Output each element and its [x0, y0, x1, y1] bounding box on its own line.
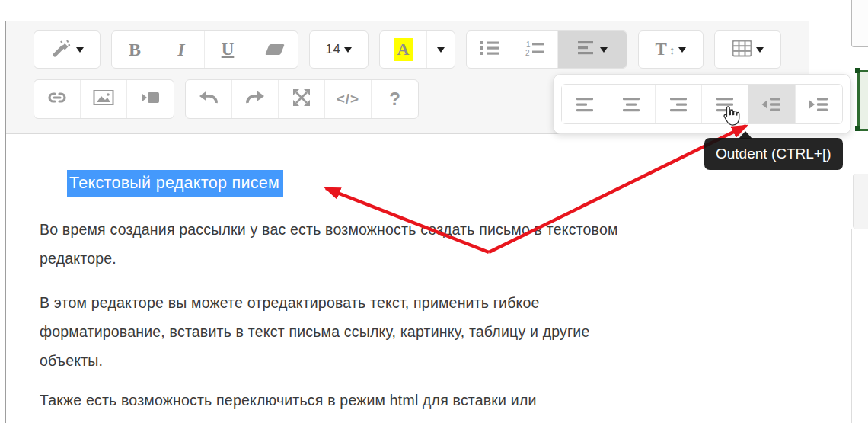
font-size-button[interactable]: 14: [309, 30, 369, 69]
paragraph-line: редакторе.: [40, 244, 790, 273]
insert-video-button[interactable]: [127, 80, 174, 118]
insert-image-button[interactable]: [81, 80, 127, 118]
alignment-dropdown-panel: [553, 74, 851, 134]
text-style-group: B I U: [111, 30, 298, 69]
chevron-down-icon: [76, 47, 84, 53]
paragraph-line: В этом редакторе вы можете отредактирова…: [40, 288, 790, 317]
indent-icon: [809, 96, 828, 113]
toolbar-row-1: B I U 14 A: [34, 30, 809, 69]
highlight-color-button[interactable]: A: [380, 31, 427, 68]
color-dropdown-button[interactable]: [427, 31, 455, 68]
bold-button[interactable]: B: [112, 31, 158, 68]
numbered-list-icon: 1 2: [525, 40, 545, 59]
underline-icon: U: [222, 40, 235, 59]
selection-handle: [855, 68, 860, 73]
paragraph[interactable]: В этом редакторе вы можете отредактирова…: [40, 288, 790, 375]
image-icon: [93, 88, 114, 110]
selected-heading[interactable]: Текстовый редактор писем: [67, 170, 283, 197]
align-center-icon: [622, 96, 640, 113]
redo-button[interactable]: [232, 80, 279, 118]
chevron-down-icon: [344, 47, 352, 53]
cropped-panel-fragment-mid: [853, 174, 868, 229]
updown-arrow-icon: ↕: [669, 43, 675, 56]
expand-icon: [292, 88, 311, 111]
italic-icon: I: [177, 40, 184, 60]
editor-content-area[interactable]: Текстовый редактор писем Во время создан…: [40, 170, 790, 423]
question-icon: ?: [389, 88, 400, 110]
table-button[interactable]: [714, 30, 781, 69]
insert-link-button[interactable]: [34, 80, 81, 118]
cropped-divider-line: [851, 229, 852, 423]
align-right-icon: [669, 96, 688, 113]
undo-button[interactable]: [186, 80, 232, 118]
undo-icon: [198, 88, 219, 110]
html-code-button[interactable]: </>: [325, 80, 372, 118]
code-icon: </>: [337, 91, 359, 107]
align-left-icon: [576, 96, 594, 113]
italic-button[interactable]: I: [158, 31, 205, 68]
svg-text:1: 1: [526, 40, 531, 49]
align-center-button[interactable]: [608, 85, 655, 123]
insert-group: [34, 79, 174, 119]
chevron-down-icon: [437, 47, 445, 53]
paragraph-line: форматирование, вставить в текст письма …: [40, 317, 790, 346]
magic-wand-icon: [51, 38, 72, 61]
highlight-a-icon: A: [394, 38, 413, 61]
font-color-group: A: [379, 30, 455, 69]
redo-icon: [244, 88, 266, 110]
help-button[interactable]: ?: [372, 80, 418, 118]
align-left-button[interactable]: [562, 85, 608, 123]
outdent-icon: [761, 96, 781, 113]
indent-button[interactable]: [796, 85, 842, 123]
line-height-button[interactable]: T ↕: [638, 30, 704, 69]
underline-button[interactable]: U: [205, 31, 251, 68]
selected-cell-fragment: [857, 70, 868, 131]
magic-styles-button[interactable]: [34, 30, 101, 69]
paragraph[interactable]: Также есть возможность переключиться в р…: [40, 386, 790, 423]
line-height-icon: T: [656, 40, 667, 59]
actions-group: </> ?: [185, 79, 419, 119]
tooltip-text: Outdent (CTRL+[): [716, 146, 831, 162]
font-size-value: 14: [326, 42, 341, 57]
align-right-button[interactable]: [656, 85, 702, 123]
paragraph[interactable]: Во время создания рассылки у вас есть во…: [40, 215, 790, 273]
hand-cursor-icon: [720, 104, 743, 133]
chevron-down-icon: [678, 47, 686, 53]
paragraph-line: редактирования исходного кода письма.: [40, 415, 790, 423]
eraser-icon: [265, 44, 285, 55]
bullet-list-button[interactable]: [467, 31, 512, 68]
chevron-down-icon: [600, 47, 608, 53]
paragraph-line: Также есть возможность переключиться в р…: [40, 386, 790, 415]
clear-formatting-button[interactable]: [251, 31, 298, 68]
bullet-list-icon: [480, 40, 499, 59]
bold-icon: B: [129, 40, 141, 60]
link-icon: [46, 88, 69, 110]
outdent-tooltip: Outdent (CTRL+[): [704, 138, 843, 170]
list-align-group: 1 2: [466, 30, 627, 69]
svg-text:2: 2: [525, 49, 530, 56]
fullscreen-button[interactable]: [279, 80, 325, 118]
align-left-icon: [578, 40, 596, 59]
selection-handle: [855, 126, 860, 131]
numbered-list-button[interactable]: 1 2: [512, 31, 558, 68]
cropped-panel-fragment-top: [851, 0, 868, 47]
video-icon: [141, 88, 161, 110]
alignment-options-group: [561, 84, 843, 124]
paragraph-line: объекты.: [40, 346, 790, 375]
chevron-down-icon: [756, 47, 764, 53]
table-icon: [732, 40, 752, 60]
paragraph-line: Во время создания рассылки у вас есть во…: [40, 215, 790, 244]
alignment-button[interactable]: [558, 31, 627, 68]
outdent-button[interactable]: [748, 85, 795, 123]
